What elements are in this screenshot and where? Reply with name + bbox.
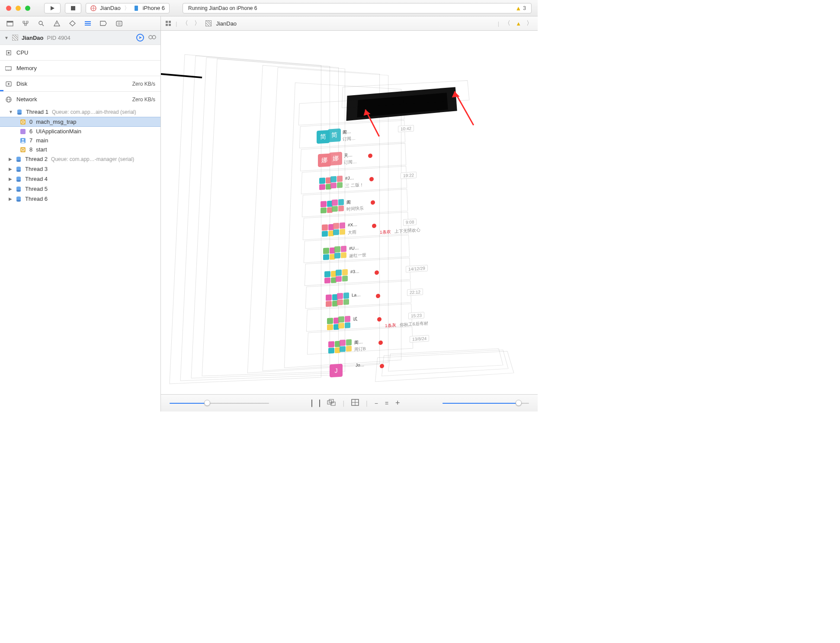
stack-frame-row[interactable]: 6 UIApplicationMain bbox=[0, 127, 160, 136]
frame-icon bbox=[20, 129, 26, 135]
thread-icon bbox=[16, 109, 22, 115]
svg-marker-0 bbox=[51, 6, 55, 10]
layers-mode-button[interactable] bbox=[327, 399, 336, 407]
assistant-back-icon[interactable]: 〈 bbox=[503, 19, 511, 27]
warning-icon: ▲ bbox=[515, 5, 521, 12]
cell-subtitle: 三 二版！ bbox=[345, 182, 364, 189]
range-slider-right[interactable] bbox=[442, 402, 529, 405]
scheme-app-label: JianDao bbox=[100, 5, 121, 11]
stack-frame-row[interactable]: 0 mach_msg_trap bbox=[0, 117, 160, 127]
stop-button[interactable] bbox=[65, 3, 81, 13]
debug-navigator-sidebar: ▼ JianDao PID 4904 ➤ CPU Memory Disk Zer… bbox=[0, 31, 161, 412]
thread-row[interactable]: ▶ Thread 5 bbox=[0, 184, 160, 194]
location-button[interactable]: ➤ bbox=[136, 34, 144, 42]
avatar-icon: J bbox=[330, 363, 343, 377]
group-avatar-icon bbox=[328, 341, 340, 354]
zoom-in-button[interactable]: + bbox=[395, 399, 400, 408]
test-navigator-icon[interactable] bbox=[68, 19, 76, 27]
debug-navigator-icon[interactable] bbox=[84, 19, 92, 27]
frame-name: start bbox=[36, 146, 47, 153]
metric-network-value: Zero KB/s bbox=[132, 96, 155, 103]
issues-badge[interactable]: ▲ 3 bbox=[515, 5, 526, 12]
run-button[interactable] bbox=[44, 3, 61, 13]
svg-point-25 bbox=[149, 35, 152, 39]
disclosure-triangle-icon[interactable]: ▼ bbox=[4, 35, 9, 40]
cell-subtitle: 谢红一世 bbox=[349, 252, 366, 259]
disclosure-triangle-icon[interactable]: ▶ bbox=[9, 157, 12, 161]
svg-rect-6 bbox=[23, 21, 25, 23]
disclosure-triangle-icon[interactable]: ▶ bbox=[9, 167, 12, 171]
range-slider-left[interactable] bbox=[170, 402, 269, 405]
thread-row[interactable]: ▶ Thread 4 bbox=[0, 174, 160, 184]
assistant-warning-icon[interactable]: ▲ bbox=[516, 20, 521, 27]
jump-project-label[interactable]: JianDao bbox=[216, 20, 237, 27]
thread-row[interactable]: ▼ Thread 1 Queue: com.app…ain-thread (se… bbox=[0, 107, 160, 117]
related-items-icon[interactable] bbox=[165, 20, 171, 26]
group-avatar-icon bbox=[323, 248, 335, 260]
stack-frame-row[interactable]: 8 start bbox=[0, 145, 160, 154]
thread-title: Thread 2 bbox=[25, 156, 48, 162]
orient-2d-button[interactable] bbox=[351, 399, 359, 407]
cell-timestamp: 14/12/29 bbox=[406, 265, 428, 273]
thread-row[interactable]: ▶ Thread 3 bbox=[0, 164, 160, 174]
breakpoint-navigator-icon[interactable] bbox=[99, 19, 107, 27]
cell-subtitle: 订阅… bbox=[343, 135, 356, 142]
frame-name: mach_msg_trap bbox=[36, 119, 76, 125]
cell-title: 天… bbox=[344, 152, 353, 158]
nav-forward-button[interactable]: 〉 bbox=[193, 19, 201, 27]
unread-dot-icon bbox=[380, 364, 384, 369]
metric-cpu[interactable]: CPU bbox=[0, 45, 160, 60]
thread-title: Thread 6 bbox=[25, 196, 48, 202]
clip-mode-button[interactable] bbox=[311, 400, 312, 407]
symbol-navigator-icon[interactable] bbox=[22, 19, 29, 27]
jump-bar[interactable]: | 〈 〉 JianDao bbox=[165, 19, 237, 27]
thread-title: Thread 1 bbox=[26, 109, 48, 115]
avatar-icon: 简 bbox=[328, 129, 341, 142]
svg-rect-8 bbox=[25, 24, 26, 26]
cell-timestamp: 13/8/24 bbox=[410, 335, 429, 343]
group-avatar-icon bbox=[324, 271, 337, 284]
metric-memory[interactable]: Memory bbox=[0, 60, 160, 76]
nav-back-button[interactable]: 〈 bbox=[181, 19, 189, 27]
process-pid: PID 4904 bbox=[47, 35, 70, 41]
group-avatar-icon bbox=[319, 177, 331, 190]
svg-rect-46 bbox=[20, 147, 26, 152]
issue-navigator-icon[interactable] bbox=[53, 19, 61, 27]
zoom-out-button[interactable]: − bbox=[375, 400, 378, 407]
traffic-minimize-icon[interactable] bbox=[16, 6, 21, 11]
project-navigator-icon[interactable] bbox=[6, 19, 14, 27]
disclosure-triangle-icon[interactable]: ▶ bbox=[9, 177, 12, 181]
group-avatar-icon bbox=[340, 339, 352, 352]
zoom-fit-button[interactable]: = bbox=[385, 400, 388, 407]
disclosure-triangle-icon[interactable]: ▼ bbox=[9, 109, 13, 114]
assistant-forward-icon[interactable]: 〉 bbox=[526, 19, 533, 27]
cell-timestamp: 19:22 bbox=[401, 172, 417, 179]
svg-point-56 bbox=[16, 180, 21, 182]
metric-network[interactable]: Network Zero KB/s bbox=[0, 91, 160, 107]
frame-index: 6 bbox=[29, 128, 32, 135]
traffic-zoom-icon[interactable] bbox=[25, 6, 30, 11]
report-navigator-icon[interactable] bbox=[115, 19, 123, 27]
group-avatar-icon bbox=[326, 294, 338, 307]
svg-point-40 bbox=[17, 113, 22, 115]
stack-frame-row[interactable]: 7 main bbox=[0, 136, 160, 145]
traffic-close-icon[interactable] bbox=[6, 6, 11, 11]
disclosure-triangle-icon[interactable]: ▶ bbox=[9, 186, 12, 191]
cell-note: 上下无情欢心 bbox=[394, 227, 420, 235]
group-avatar-icon bbox=[327, 318, 339, 331]
disclosure-triangle-icon[interactable]: ▶ bbox=[9, 196, 12, 201]
metric-memory-label: Memory bbox=[16, 65, 155, 71]
view-debugger-canvas[interactable]: 简简阖…订阅…10:42娜娜天…订阅… #J…三 二版！19:22 阖时间快乐 … bbox=[161, 31, 538, 412]
process-header[interactable]: ▼ JianDao PID 4904 ➤ bbox=[0, 31, 160, 45]
cell-timestamp: 10:42 bbox=[398, 125, 414, 132]
constraints-mode-button[interactable] bbox=[319, 400, 320, 407]
thread-row[interactable]: ▶ Thread 2 Queue: com.app…-manager (seri… bbox=[0, 154, 160, 164]
view-process-button[interactable] bbox=[148, 34, 156, 42]
cell-title: #J… bbox=[345, 175, 354, 180]
metric-disk[interactable]: Disk Zero KB/s bbox=[0, 76, 160, 91]
thread-row[interactable]: ▶ Thread 6 bbox=[0, 194, 160, 204]
scheme-selector[interactable]: JianDao 〉 iPhone 6 bbox=[86, 3, 170, 13]
cell-subtitle: 大雨 bbox=[348, 229, 356, 235]
find-navigator-icon[interactable] bbox=[37, 19, 45, 27]
metric-cpu-label: CPU bbox=[16, 49, 155, 56]
